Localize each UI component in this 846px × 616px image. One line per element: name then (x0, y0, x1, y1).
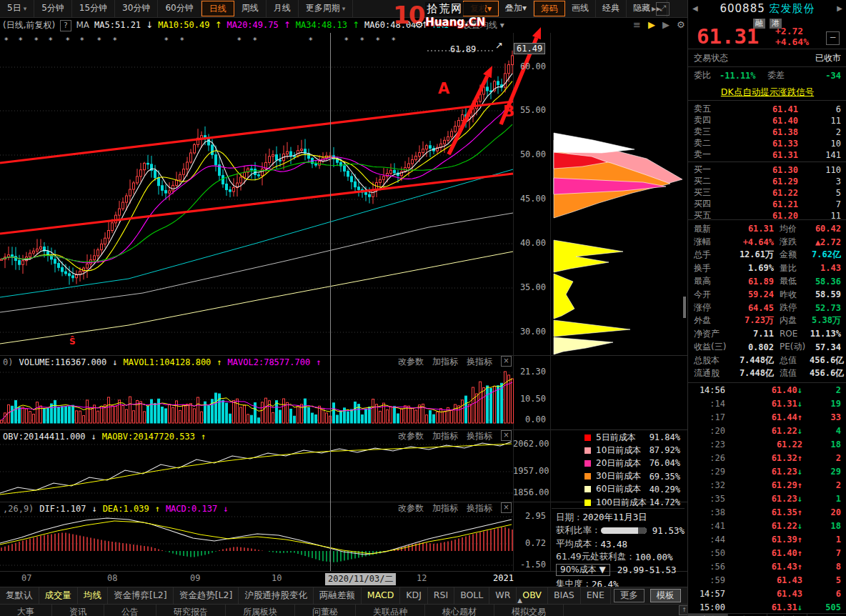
indicator-tab-成交量[interactable]: 成交量 (39, 587, 79, 604)
period-tab-周线[interactable]: 周线 (234, 0, 267, 17)
ma-value: ↑ (352, 18, 359, 32)
info-tab-关联品种[interactable]: 关联品种 (356, 605, 425, 616)
indicator-tab-资金趋势[L2][interactable]: 资金趋势[L2] (174, 587, 239, 604)
pane-button-改参数[interactable]: 改参数 (398, 502, 424, 515)
indicator-tab-BIAS[interactable]: BIAS (548, 587, 581, 604)
date-label: 09 (190, 573, 200, 583)
period-tab-月线[interactable]: 月线 (267, 0, 299, 17)
stat-row: 最高61.89最低58.36 (688, 275, 846, 288)
indicator-value: 0) (3, 357, 13, 367)
indicator-value: ↑ (316, 357, 321, 367)
period-tab-15分钟[interactable]: 15分钟 (72, 0, 115, 17)
indicator-tab-KDJ[interactable]: KDJ (400, 587, 428, 604)
pane-button-加指标[interactable]: 加指标 (432, 356, 458, 368)
ma-value: ↑ (421, 18, 428, 32)
sell-signal-marker: Ŝ (69, 337, 76, 347)
indicator-tab-ENE[interactable]: ENE (581, 587, 611, 604)
fullscreen-icon[interactable]: ⤢ (656, 2, 670, 16)
date-label: 08 (107, 573, 117, 583)
dk-signal-link[interactable]: DK点自动提示涨跌信号 (688, 84, 846, 101)
axis-label: 35.00 (513, 282, 546, 292)
indicator-tab-BOLL[interactable]: BOLL (454, 587, 489, 604)
indicator-value: ,26,9) (3, 504, 34, 514)
tick-row: :5661.43↑8 (688, 560, 846, 573)
event-mark-icon: * (376, 36, 380, 45)
collapse-arrow-icon[interactable]: ▲ (517, 597, 522, 604)
stat-row: 总股本7.448亿总值456.6亿 (688, 354, 846, 367)
pane-button-换指标[interactable]: 换指标 (467, 430, 492, 442)
period-tab-60分钟[interactable]: 60分钟 (158, 0, 201, 17)
weicha-label: 委差 (767, 69, 793, 81)
info-tab-资讯[interactable]: 资讯 (52, 605, 104, 616)
indicator-tab-两融差额[interactable]: 两融差额 (314, 587, 362, 604)
trade-status-row: 交易状态 已收市 (688, 49, 846, 67)
info-tab-所属板块[interactable]: 所属板块 (226, 605, 295, 616)
pane-button-加指标[interactable]: 加指标 (432, 502, 458, 515)
info-tab-核心题材[interactable]: 核心题材 (425, 605, 494, 616)
info-tab-大事[interactable]: 大事 (0, 605, 52, 616)
indicator-tab-资金博弈[L2][interactable]: 资金博弈[L2] (108, 587, 174, 604)
stock-code: 600885 (720, 2, 765, 15)
pane-button-改参数[interactable]: 改参数 (398, 356, 424, 368)
indicator-tab-WR[interactable]: WR (489, 587, 517, 604)
close-icon[interactable]: × (501, 430, 512, 441)
pane-button-换指标[interactable]: 换指标 (467, 356, 492, 368)
axis-label: 0.72 (513, 538, 546, 548)
chip-date-row: 日期：2020年11月3日 (556, 511, 685, 524)
indicator-tab-模板[interactable]: 模板 (650, 589, 681, 602)
indicator-value: ↓ (91, 504, 96, 514)
tool-button-复权[interactable]: 复权▾ (463, 1, 499, 16)
price-change-block: +2.72 +4.64% (775, 26, 809, 47)
stat-row: 涨停64.45跌停52.73 (688, 301, 846, 314)
help-icon[interactable]: ? (60, 20, 71, 31)
indicator-tab-沪股通持股变化[interactable]: 沪股通持股变化 (239, 587, 314, 604)
pane-button-改参数[interactable]: 改参数 (398, 430, 424, 442)
indicator-tab-更多[interactable]: 更多 (614, 589, 645, 602)
tick-row: :1461.31↓19 (688, 397, 846, 410)
chart-tools-toolbar: 复权▾叠加▾筹码画线经典隐藏▶▶ (463, 0, 667, 17)
chip-at-price-row: 61.49元处获利盘：100.00% (556, 550, 685, 563)
up-arrow-icon: ↑ (797, 562, 802, 572)
info-tab-公告[interactable]: 公告 (104, 605, 156, 616)
close-icon[interactable]: × (501, 356, 512, 367)
close-icon[interactable]: × (501, 502, 512, 513)
period-tab-更多周期[interactable]: 更多周期▾ (299, 0, 354, 17)
tool-button-画线[interactable]: 画线 (565, 0, 596, 17)
tool-button-经典[interactable]: 经典 (596, 0, 627, 17)
pane-button-换指标[interactable]: 换指标 (467, 502, 492, 515)
indicator-tab-复默认[interactable]: 复默认 (0, 587, 39, 604)
axis-label: 21.30 (513, 367, 546, 377)
draw-flag-icon[interactable]: ▶ (648, 18, 655, 32)
stat-row: 收益(三)0.802PE(动)57.34 (688, 341, 846, 354)
price-change: +2.72 (775, 26, 809, 36)
info-tab-研究报告[interactable]: 研究报告 (156, 605, 226, 616)
indicator-tab-MACD[interactable]: MACD (362, 587, 400, 604)
scrollbar-thumb[interactable] (683, 297, 686, 318)
ma-settings-dropdown[interactable]: 设置均线 ▾ (463, 18, 504, 32)
period-tab-日线[interactable]: 日线 (201, 1, 234, 16)
indicator-value: VOLUME:116367.000 (19, 357, 106, 367)
info-tab-问董秘[interactable]: 问董秘 (295, 605, 356, 616)
play-icon[interactable]: ▶ (662, 18, 670, 32)
gear-icon[interactable]: ⚙ (677, 18, 685, 32)
next-stock-button[interactable]: ▶ (837, 4, 842, 12)
indicator-tab-均线[interactable]: 均线 (78, 587, 108, 604)
indicator-tab-RSI[interactable]: RSI (428, 587, 454, 604)
legend-label: 30日前成本 (596, 470, 650, 482)
minimize-button[interactable]: − (826, 31, 840, 45)
tool-button-筹码[interactable]: 筹码 (534, 1, 565, 16)
axis-label: 55.00 (513, 105, 546, 115)
chip-legend-row: 100日前成本14.72% (584, 496, 680, 509)
info-tab-模拟交易[interactable]: 模拟交易 (494, 605, 564, 616)
period-tab-30分钟[interactable]: 30分钟 (115, 0, 158, 17)
up-arrow-icon: ↑ (797, 507, 802, 517)
quote-panel: ◀ 600885 宏发股份 ▶ 融港 61.31 +2.72 +4.64% − … (687, 0, 846, 616)
order-book-row: 卖四61.4011 (688, 114, 846, 126)
period-tab-5分钟[interactable]: 5分钟 (34, 0, 72, 17)
event-mark-icon: * (49, 36, 53, 45)
period-tab-5日[interactable]: 5日▾ (0, 0, 34, 17)
list-icon[interactable]: ≡ (633, 18, 641, 32)
quote-stats: 最新61.31均价60.42涨幅+4.64%涨跌▲2.72总手12.61万金额7… (688, 220, 846, 383)
tool-button-叠加[interactable]: 叠加▾ (499, 0, 534, 17)
pane-button-加指标[interactable]: 加指标 (432, 430, 458, 442)
